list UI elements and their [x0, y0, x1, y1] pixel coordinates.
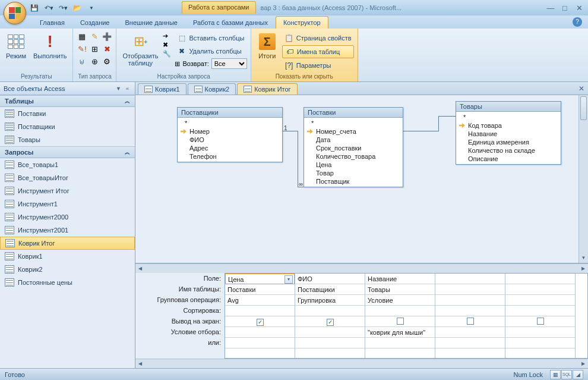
- run-button[interactable]: ! Выполнить: [31, 31, 69, 61]
- undo-icon[interactable]: ↶▾: [43, 2, 55, 14]
- nav-group-tables[interactable]: Таблицы︽: [0, 95, 135, 107]
- scroll-down-icon[interactable]: ▼: [579, 253, 588, 263]
- open-icon[interactable]: 📂: [71, 2, 83, 14]
- field-item[interactable]: Количество_товара: [306, 152, 400, 161]
- show-cell[interactable]: ✓: [225, 316, 295, 327]
- builder-icon[interactable]: 🔧: [163, 50, 171, 58]
- tab-external[interactable]: Внешние данные: [118, 16, 185, 29]
- update-icon[interactable]: ✎!: [77, 43, 87, 54]
- field-item[interactable]: Цена: [306, 161, 400, 169]
- nav-collapse-icon[interactable]: «: [124, 86, 131, 92]
- nav-query-item[interactable]: Инструмент2001: [0, 224, 135, 237]
- sort-cell[interactable]: [225, 306, 295, 316]
- grid-column[interactable]: [435, 274, 505, 358]
- query-design-canvas[interactable]: 1 ∞ Поставщики * Номер ФИОАдресТелефон П…: [135, 95, 588, 263]
- checkbox[interactable]: ✓: [327, 319, 334, 326]
- horizontal-scrollbar-lower[interactable]: ◀ ▶: [135, 359, 588, 368]
- view-button[interactable]: Режим: [4, 31, 29, 61]
- field-cell[interactable]: Цена▼: [225, 274, 295, 284]
- table-cell[interactable]: Поставщики: [295, 284, 365, 295]
- table-box-goods[interactable]: Товары * Код товара НазваниеЕдиница изме…: [456, 101, 561, 165]
- show-cell[interactable]: [365, 316, 435, 327]
- field-item[interactable]: ФИО: [180, 136, 280, 144]
- document-tab[interactable]: Коврик2: [188, 83, 236, 95]
- view-sql-icon[interactable]: SQL: [561, 370, 572, 379]
- criteria-cell[interactable]: "коврик для мыши": [365, 327, 435, 338]
- scroll-right-icon[interactable]: ▶: [578, 361, 588, 366]
- show-cell[interactable]: [435, 316, 505, 327]
- checkbox[interactable]: [537, 318, 544, 325]
- sort-cell[interactable]: [505, 306, 575, 316]
- or-cell[interactable]: [225, 338, 295, 348]
- field-item[interactable]: Количество на складе: [459, 146, 558, 155]
- grid-column[interactable]: НазваниеТоварыУсловие"коврик для мыши": [365, 274, 435, 358]
- office-button[interactable]: [4, 2, 26, 24]
- scroll-thumb[interactable]: [580, 96, 587, 120]
- field-item[interactable]: Описание: [459, 155, 558, 163]
- grid-column[interactable]: Цена▼ПоставкиAvg✓: [225, 274, 295, 358]
- or-cell[interactable]: [365, 338, 435, 348]
- table-box-suppliers[interactable]: Поставщики * Номер ФИОАдресТелефон: [177, 107, 283, 162]
- view-datasheet-icon[interactable]: ▦: [550, 370, 561, 379]
- field-cell[interactable]: [505, 274, 575, 284]
- checkbox[interactable]: [397, 318, 404, 325]
- append-icon[interactable]: ➕: [102, 31, 112, 42]
- table-cell[interactable]: [505, 284, 575, 295]
- total-cell[interactable]: Условие: [365, 295, 435, 306]
- chevron-up-icon[interactable]: ︽: [125, 149, 130, 156]
- table-cell[interactable]: Товары: [365, 284, 435, 295]
- passthrough-icon[interactable]: ⊕: [89, 56, 100, 67]
- sort-cell[interactable]: [365, 306, 435, 316]
- nav-query-item[interactable]: Все_товары1: [0, 158, 135, 171]
- close-tab-icon[interactable]: ✕: [578, 84, 584, 93]
- nav-dropdown-icon[interactable]: ▼: [113, 86, 124, 92]
- criteria-cell[interactable]: [505, 327, 575, 338]
- or-cell[interactable]: [505, 338, 575, 348]
- scroll-left-icon[interactable]: ◀: [135, 361, 145, 366]
- scroll-right-icon[interactable]: ▶: [578, 266, 588, 271]
- show-cell[interactable]: ✓: [295, 316, 365, 327]
- qat-more-icon[interactable]: ▼: [86, 2, 97, 14]
- union-icon[interactable]: ⊎: [77, 56, 87, 67]
- total-cell[interactable]: [505, 295, 575, 306]
- document-tab[interactable]: Коврик1: [138, 83, 186, 95]
- table-cell[interactable]: [435, 284, 505, 295]
- field-item[interactable]: Единица измерения: [459, 138, 558, 146]
- or-cell[interactable]: [435, 338, 505, 348]
- field-item[interactable]: Поставщик: [306, 177, 400, 186]
- table-box-deliveries[interactable]: Поставки * Номер_счета ДатаСрок_поставки…: [304, 107, 403, 187]
- view-design-icon[interactable]: ◢: [573, 370, 583, 379]
- parameters-button[interactable]: [?]Параметры: [282, 59, 354, 71]
- nav-group-queries[interactable]: Запросы︽: [0, 146, 135, 158]
- sort-cell[interactable]: [295, 306, 365, 316]
- chevron-up-icon[interactable]: ︽: [125, 98, 130, 105]
- tab-create[interactable]: Создание: [72, 16, 118, 29]
- insert-rows-icon[interactable]: ➔: [163, 32, 171, 40]
- nav-query-item[interactable]: Постоянные цены: [0, 276, 135, 289]
- field-item[interactable]: Адрес: [180, 144, 280, 152]
- delete-columns-button[interactable]: ✖Удалить столбцы: [175, 45, 246, 57]
- grid-column[interactable]: ФИОПоставщикиГруппировка✓: [295, 274, 365, 358]
- table-cell[interactable]: Поставки: [225, 284, 295, 295]
- crosstab-icon[interactable]: ⊞: [89, 43, 100, 54]
- property-sheet-button[interactable]: 📋Страница свойств: [282, 32, 354, 44]
- table-names-button[interactable]: 🏷Имена таблиц: [282, 45, 354, 58]
- totals-button[interactable]: Σ Итоги: [255, 31, 280, 61]
- vertical-scrollbar[interactable]: ▲ ▼: [578, 95, 588, 263]
- nav-query-item[interactable]: Инструмент2000: [0, 211, 135, 224]
- sort-cell[interactable]: [435, 306, 505, 316]
- field-item[interactable]: Товар: [306, 169, 400, 177]
- horizontal-scrollbar-upper[interactable]: ◀ ▶: [135, 263, 588, 273]
- nav-query-item[interactable]: Инструмент1: [0, 197, 135, 211]
- checkbox[interactable]: ✓: [257, 319, 264, 326]
- show-cell[interactable]: [505, 316, 575, 327]
- field-item[interactable]: Срок_поставки: [306, 144, 400, 152]
- nav-title[interactable]: Все объекты Access: [4, 85, 65, 92]
- total-cell[interactable]: [435, 295, 505, 306]
- nav-query-item[interactable]: Коврик2: [0, 263, 135, 276]
- nav-query-item[interactable]: Все_товарыИтог: [0, 171, 135, 184]
- datadef-icon[interactable]: ⚙: [102, 56, 112, 67]
- tab-home[interactable]: Главная: [32, 16, 72, 29]
- scroll-left-icon[interactable]: ◀: [135, 266, 145, 271]
- nav-query-item[interactable]: Коврик1: [0, 250, 135, 263]
